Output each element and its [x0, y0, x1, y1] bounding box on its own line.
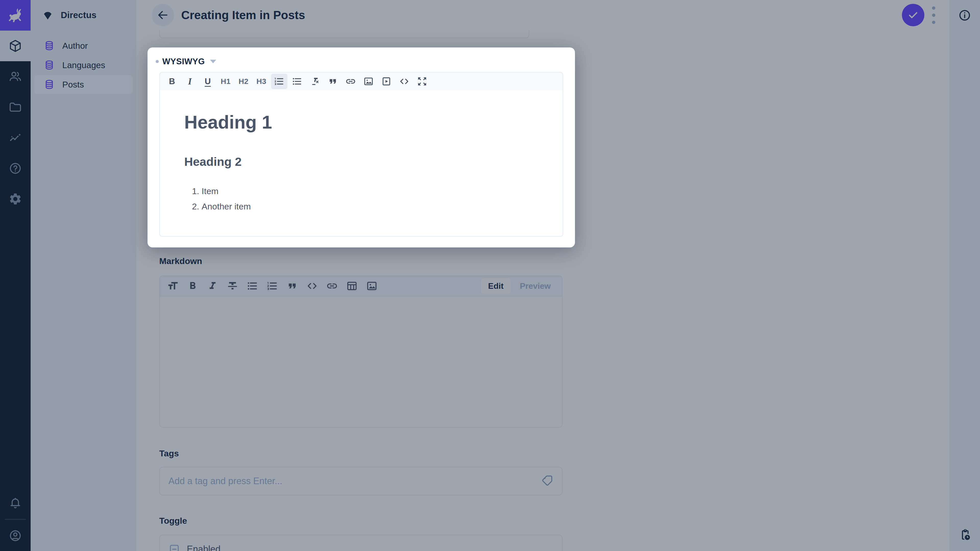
chevron-down-icon[interactable] [210, 60, 216, 63]
wysiwyg-label-row: WYSIWYG [156, 57, 216, 66]
numbered-list-icon [274, 76, 285, 87]
remove-format-button[interactable] [307, 74, 323, 89]
media-button[interactable] [378, 74, 395, 89]
numbered-list-button[interactable] [271, 74, 287, 89]
blockquote-button[interactable] [325, 74, 341, 89]
remove-format-icon [310, 76, 320, 87]
video-icon [381, 76, 392, 87]
underline-button[interactable]: U [200, 74, 216, 89]
edited-dot [156, 60, 159, 63]
code-icon [399, 76, 410, 87]
content-heading-2: Heading 2 [184, 155, 538, 168]
h2-button[interactable]: H2 [235, 74, 251, 89]
content-heading-1: Heading 1 [184, 112, 538, 133]
image-button[interactable] [360, 74, 377, 89]
bullet-list-icon [292, 76, 302, 87]
bold-button[interactable]: B [164, 74, 180, 89]
list-item: Item [202, 185, 538, 197]
wysiwyg-field-card: WYSIWYG B I U H1 H2 H3 [148, 48, 575, 248]
fullscreen-button[interactable] [414, 74, 430, 89]
content-ordered-list: Item Another item [184, 185, 538, 213]
h1-button[interactable]: H1 [218, 74, 234, 89]
image-icon [363, 76, 374, 87]
wysiwyg-toolbar: B I U H1 H2 H3 [159, 72, 563, 91]
blockquote-icon [328, 76, 338, 87]
link-icon [345, 76, 356, 87]
fullscreen-icon [417, 76, 428, 87]
app-root: Directus Author Languages [0, 0, 980, 551]
wysiwyg-editor-content[interactable]: Heading 1 Heading 2 Item Another item [159, 90, 563, 237]
wysiwyg-label: WYSIWYG [162, 57, 205, 66]
bullet-list-button[interactable] [289, 74, 305, 89]
list-item: Another item [202, 200, 538, 213]
link-button[interactable] [342, 74, 359, 89]
h3-button[interactable]: H3 [253, 74, 269, 89]
italic-button[interactable]: I [182, 74, 198, 89]
code-button[interactable] [396, 74, 412, 89]
